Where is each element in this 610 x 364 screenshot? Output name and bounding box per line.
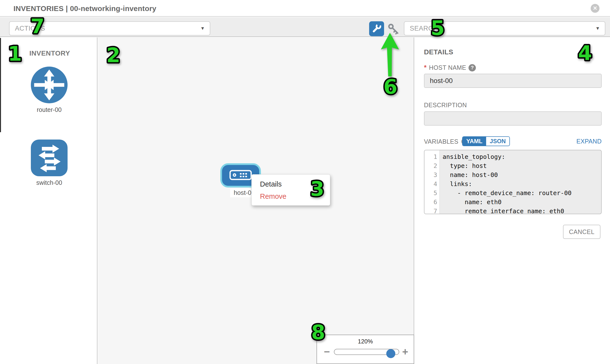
zoom-slider-thumb[interactable] — [386, 349, 395, 358]
description-label-row: DESCRIPTION — [424, 102, 467, 109]
zoom-level-value: 120% — [317, 338, 414, 345]
help-icon[interactable]: ? — [468, 64, 476, 71]
title-bar: INVENTORIES | 00-networking-inventory ✕ — [0, 0, 610, 17]
line-text: type: host — [440, 161, 487, 170]
toolbar-wrench-button[interactable] — [369, 21, 384, 36]
description-label: DESCRIPTION — [424, 102, 467, 109]
variables-label: VARIABLES — [424, 138, 458, 145]
search-dropdown[interactable]: SEARCH ▼ — [404, 21, 605, 36]
code-line: 4 links: — [425, 180, 601, 188]
line-text: ansible_topology: — [440, 152, 505, 161]
line-text: name: host-00 — [440, 170, 498, 180]
line-number: 2 — [425, 161, 440, 170]
router-icon — [31, 100, 67, 104]
page-title: INVENTORIES | 00-networking-inventory — [13, 4, 156, 13]
line-number: 5 — [425, 188, 440, 197]
context-menu-item-remove[interactable]: Remove — [252, 190, 330, 202]
code-line: 3 name: host-00 — [425, 170, 601, 180]
inventory-topology-screen: INVENTORIES | 00-networking-inventory ✕ … — [0, 0, 610, 364]
line-number: 4 — [425, 180, 440, 188]
editor-lines: 1ansible_topology: 2 type: host 3 name: … — [425, 152, 601, 214]
host-name-field[interactable] — [424, 74, 602, 88]
zoom-widget: 120% − + — [316, 335, 414, 364]
expand-link[interactable]: EXPAND — [576, 138, 602, 145]
line-text: links: — [440, 180, 472, 188]
actions-dropdown[interactable]: ACTIONS ▼ — [9, 21, 210, 36]
context-menu-item-details[interactable]: Details — [252, 178, 330, 190]
chevron-down-icon: ▼ — [200, 26, 205, 31]
switch-icon — [31, 173, 67, 177]
line-text: name: eth0 — [440, 197, 502, 207]
zoom-slider-row: − + — [317, 346, 414, 358]
code-line: 2 type: host — [425, 161, 601, 170]
line-number: 6 — [425, 197, 440, 207]
zoom-out-button[interactable]: − — [324, 346, 330, 357]
close-icon[interactable]: ✕ — [591, 4, 599, 13]
toggle-json-button[interactable]: JSON — [486, 137, 509, 146]
description-field[interactable] — [424, 111, 602, 126]
code-line: 7 remote_interface_name: eth0 — [425, 207, 601, 214]
line-text: - remote_device_name: router-00 — [440, 188, 571, 197]
line-number: 1 — [425, 152, 440, 161]
actions-dropdown-label: ACTIONS — [15, 25, 45, 32]
close-glyph: ✕ — [593, 5, 597, 12]
line-text: remote_interface_name: eth0 — [440, 207, 564, 214]
line-number: 3 — [425, 170, 440, 180]
wrench-icon — [372, 24, 382, 34]
variables-row: VARIABLES ? YAML JSON EXPAND — [424, 136, 602, 147]
cancel-button[interactable]: CANCEL — [563, 225, 600, 239]
toolbar-key-button[interactable] — [388, 23, 400, 35]
details-panel: DETAILS * HOST NAME ? DESCRIPTION VARIAB… — [415, 38, 610, 364]
details-heading: DETAILS — [424, 48, 453, 56]
host-name-label: HOST NAME — [429, 64, 466, 71]
key-icon — [388, 32, 400, 36]
code-line: 5 - remote_device_name: router-00 — [425, 188, 601, 197]
chevron-down-icon: ▼ — [595, 26, 600, 31]
sidebar-item-router[interactable]: router-00 — [31, 66, 67, 113]
sidebar-heading: INVENTORY — [29, 50, 70, 57]
topology-canvas[interactable]: host-00 Details Remove 120% − + — [98, 38, 414, 364]
variables-format-toggle: YAML JSON — [462, 136, 510, 146]
drawer-edge — [0, 38, 1, 132]
node-context-menu: Details Remove — [251, 174, 330, 206]
sidebar-item-label: switch-00 — [31, 179, 67, 186]
toolbar: ACTIONS ▼ SEARCH ▼ — [0, 17, 610, 37]
code-line: 1ansible_topology: — [425, 152, 601, 161]
question-glyph: ? — [471, 65, 474, 70]
host-name-label-row: * HOST NAME ? — [424, 64, 476, 71]
sidebar-item-switch[interactable]: switch-00 — [31, 140, 67, 186]
code-line: 6 name: eth0 — [425, 197, 601, 207]
zoom-slider-track[interactable] — [334, 349, 399, 355]
zoom-in-button[interactable]: + — [402, 346, 408, 357]
variables-code-editor[interactable]: 1ansible_topology: 2 type: host 3 name: … — [424, 150, 602, 214]
search-dropdown-label: SEARCH — [410, 25, 438, 32]
inventory-sidebar: INVENTORY router-00 — [0, 38, 97, 364]
sidebar-item-label: router-00 — [31, 106, 67, 113]
host-icon — [229, 169, 252, 182]
required-marker: * — [424, 64, 427, 71]
line-number: 7 — [425, 207, 440, 214]
toggle-yaml-button[interactable]: YAML — [463, 137, 486, 146]
